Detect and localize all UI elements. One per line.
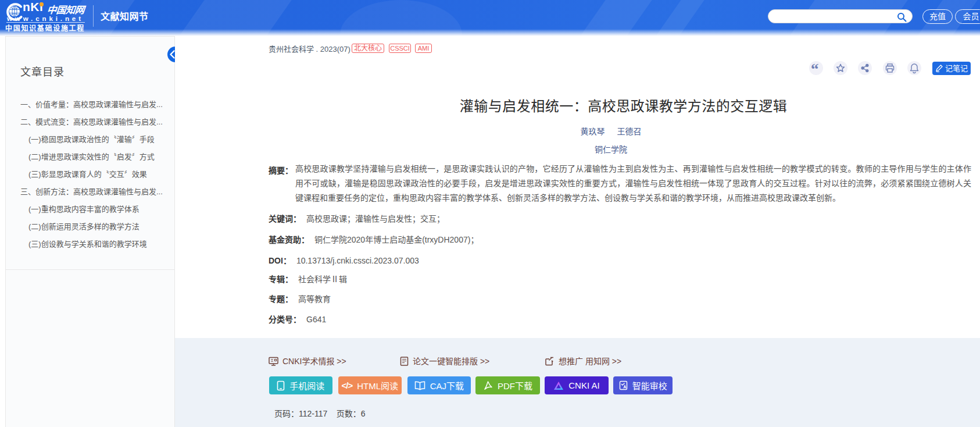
svg-text:“: “ — [811, 61, 819, 75]
